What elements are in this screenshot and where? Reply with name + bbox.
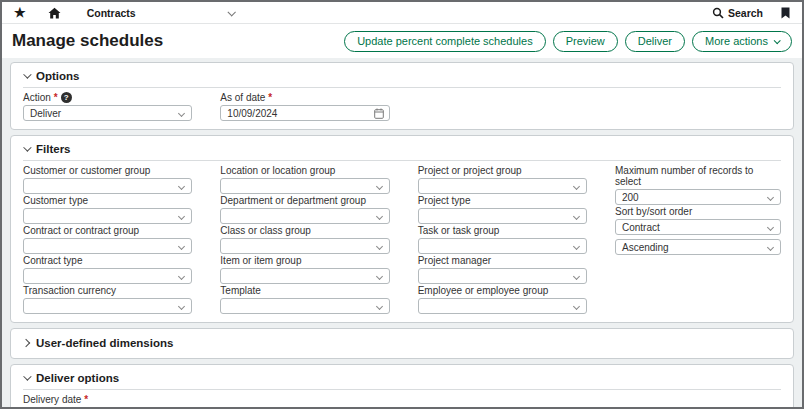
button-label: More actions bbox=[705, 35, 768, 47]
selected-value: Contract bbox=[622, 222, 660, 233]
customer-type-select[interactable] bbox=[23, 208, 192, 224]
selected-value: 200 bbox=[622, 192, 639, 203]
chevron-down-icon bbox=[376, 243, 383, 250]
chevron-down-icon bbox=[227, 8, 235, 16]
project-select[interactable] bbox=[418, 178, 587, 194]
more-actions-button[interactable]: More actions bbox=[692, 31, 792, 52]
contract-type-field-group: Contract type bbox=[23, 255, 192, 284]
task-select[interactable] bbox=[418, 238, 587, 254]
filters-column-1: Customer or customer group Customer type bbox=[23, 164, 192, 315]
action-buttons: Update percent complete schedules Previe… bbox=[344, 31, 792, 52]
filters-column-3: Project or project group Project type bbox=[418, 164, 587, 315]
chevron-down-icon bbox=[376, 303, 383, 310]
chevron-down-icon bbox=[774, 37, 781, 44]
section-title: Options bbox=[36, 70, 79, 82]
class-select[interactable] bbox=[220, 238, 389, 254]
department-select[interactable] bbox=[220, 208, 389, 224]
item-select[interactable] bbox=[220, 268, 389, 284]
project-type-field-group: Project type bbox=[418, 195, 587, 224]
chevron-down-icon bbox=[178, 183, 185, 190]
app-menu-contracts[interactable]: Contracts bbox=[87, 7, 234, 19]
section-title: Deliver options bbox=[36, 372, 119, 384]
global-search[interactable]: Search bbox=[712, 7, 763, 19]
page-title: Manage schedules bbox=[12, 31, 163, 51]
search-label: Search bbox=[728, 7, 763, 19]
contract-field-group: Contract or contract group bbox=[23, 225, 192, 254]
calendar-icon[interactable] bbox=[374, 108, 384, 119]
selected-value: Deliver bbox=[30, 108, 61, 119]
filters-column-2: Location or location group Department or… bbox=[220, 164, 389, 315]
action-select[interactable]: Deliver bbox=[23, 105, 192, 121]
as-of-date-label: As of date * bbox=[220, 92, 389, 103]
class-field-group: Class or class group bbox=[220, 225, 389, 254]
delivery-date-field-group: Delivery date * 10/10/2024 bbox=[23, 393, 192, 407]
filters-panel: Filters Customer or customer group Custo… bbox=[10, 135, 794, 323]
deliver-options-panel: Deliver options Delivery date * 10/10/20… bbox=[10, 364, 794, 407]
chevron-down-icon bbox=[573, 243, 580, 250]
max-records-select[interactable]: 200 bbox=[615, 189, 781, 205]
options-panel: Options Action * Deliver As of bbox=[10, 62, 794, 130]
home-icon[interactable] bbox=[48, 7, 61, 19]
expand-chevron-icon bbox=[22, 338, 30, 346]
search-icon bbox=[712, 7, 724, 19]
chevron-down-icon bbox=[376, 273, 383, 280]
required-marker: * bbox=[84, 394, 88, 405]
required-marker: * bbox=[54, 92, 58, 103]
location-field-group: Location or location group bbox=[220, 165, 389, 194]
preview-button[interactable]: Preview bbox=[553, 31, 618, 52]
bookmark-icon[interactable] bbox=[781, 7, 790, 19]
task-field-group: Task or task group bbox=[418, 225, 587, 254]
collapse-chevron-icon bbox=[23, 372, 31, 380]
top-navigation-bar: Contracts Search bbox=[2, 2, 802, 24]
transaction-currency-select[interactable] bbox=[23, 298, 192, 314]
project-type-select[interactable] bbox=[418, 208, 587, 224]
project-field-group: Project or project group bbox=[418, 165, 587, 194]
page-content: Options Action * Deliver As of bbox=[2, 58, 802, 407]
project-manager-select[interactable] bbox=[418, 268, 587, 284]
chevron-down-icon bbox=[178, 303, 185, 310]
deliver-button[interactable]: Deliver bbox=[625, 31, 685, 52]
user-defined-dimensions-section-header[interactable]: User-defined dimensions bbox=[23, 334, 781, 351]
deliver-options-section-header[interactable]: Deliver options bbox=[23, 370, 781, 390]
favorites-star-icon[interactable] bbox=[14, 6, 26, 19]
transaction-currency-field-group: Transaction currency bbox=[23, 285, 192, 314]
chevron-down-icon bbox=[573, 273, 580, 280]
chevron-down-icon bbox=[573, 183, 580, 190]
customer-select[interactable] bbox=[23, 178, 192, 194]
chevron-down-icon bbox=[573, 303, 580, 310]
collapse-chevron-icon bbox=[23, 70, 31, 78]
contract-type-select[interactable] bbox=[23, 268, 192, 284]
sort-by-select[interactable]: Contract bbox=[615, 219, 781, 235]
help-icon[interactable] bbox=[61, 92, 72, 103]
as-of-date-field-group: As of date * 10/09/2024 bbox=[220, 91, 389, 121]
employee-select[interactable] bbox=[418, 298, 587, 314]
chevron-down-icon bbox=[376, 213, 383, 220]
app-window: Contracts Search Manage schedules Update… bbox=[0, 0, 804, 409]
sort-order-select[interactable]: Ascending bbox=[615, 239, 781, 255]
contract-select[interactable] bbox=[23, 238, 192, 254]
chevron-down-icon bbox=[573, 213, 580, 220]
location-select[interactable] bbox=[220, 178, 389, 194]
chevron-down-icon bbox=[376, 183, 383, 190]
filters-section-header[interactable]: Filters bbox=[23, 141, 781, 161]
button-label: Preview bbox=[566, 35, 605, 47]
date-value: 10/09/2024 bbox=[227, 108, 277, 119]
filters-column-4: Maximum number of records to select 200 … bbox=[615, 164, 781, 315]
sort-field-group: Sort by/sort order Contract Ascending bbox=[615, 206, 781, 255]
user-defined-dimensions-panel: User-defined dimensions bbox=[10, 328, 794, 359]
department-field-group: Department or department group bbox=[220, 195, 389, 224]
section-title: User-defined dimensions bbox=[36, 337, 173, 349]
employee-field-group: Employee or employee group bbox=[418, 285, 587, 314]
button-label: Update percent complete schedules bbox=[357, 35, 533, 47]
delivery-date-label: Delivery date * bbox=[23, 394, 192, 405]
chevron-down-icon bbox=[178, 110, 185, 117]
update-percent-complete-schedules-button[interactable]: Update percent complete schedules bbox=[344, 31, 546, 52]
chevron-down-icon bbox=[767, 224, 774, 231]
as-of-date-input[interactable]: 10/09/2024 bbox=[220, 105, 389, 121]
options-section-header[interactable]: Options bbox=[23, 68, 781, 88]
chevron-down-icon bbox=[767, 194, 774, 201]
chevron-down-icon bbox=[767, 244, 774, 251]
app-menu-label: Contracts bbox=[87, 7, 136, 19]
collapse-chevron-icon bbox=[23, 143, 31, 151]
template-select[interactable] bbox=[220, 298, 389, 314]
